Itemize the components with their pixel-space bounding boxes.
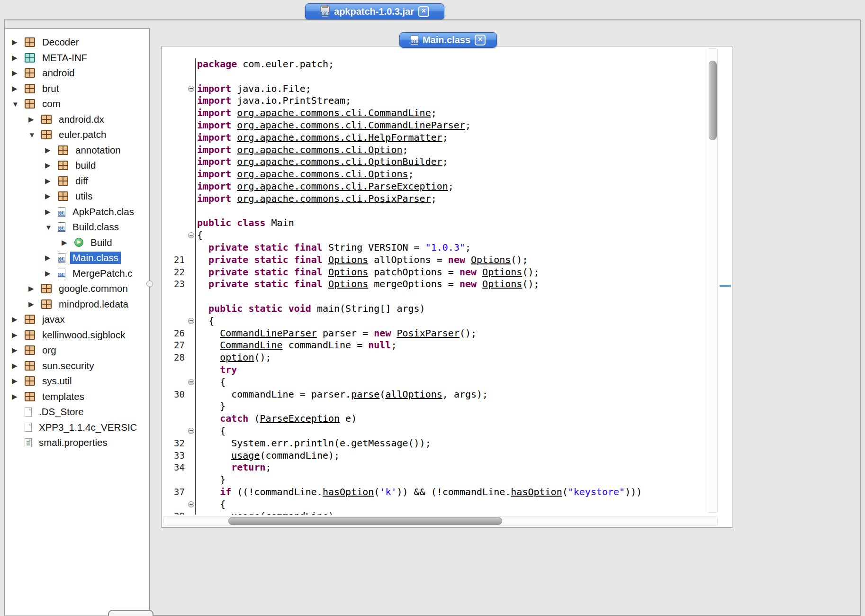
tree-item-utils[interactable]: ▶utils — [5, 189, 149, 204]
horizontal-scrollbar-thumb[interactable] — [228, 517, 502, 525]
tree-item--ds-store[interactable]: .DS_Store — [5, 404, 149, 420]
chevron-right-icon[interactable]: ▶ — [45, 177, 58, 185]
chevron-right-icon[interactable]: ▶ — [12, 362, 25, 370]
tree-item-sun-security[interactable]: ▶sun.security — [5, 358, 149, 374]
chevron-right-icon[interactable]: ▶ — [12, 38, 25, 46]
tree-item-label: euler.patch — [56, 128, 108, 141]
chevron-right-icon[interactable]: ▶ — [45, 192, 58, 200]
tree-item-google-common[interactable]: ▶google.common — [5, 281, 149, 297]
tree-item-brut[interactable]: ▶brut — [5, 81, 149, 97]
tree-item-euler-patch[interactable]: ▼euler.patch — [5, 127, 149, 143]
chevron-right-icon[interactable]: ▶ — [12, 346, 25, 354]
tree-item-mindprod-ledata[interactable]: ▶mindprod.ledata — [5, 297, 149, 312]
fold-collapse-icon[interactable] — [188, 86, 194, 92]
chevron-right-icon[interactable]: ▶ — [12, 84, 25, 93]
chevron-right-icon[interactable]: ▶ — [28, 300, 41, 308]
tree-item-android-dx[interactable]: ▶android.dx — [5, 112, 149, 127]
tab-main-class[interactable]: 010 Main.class × — [399, 32, 497, 48]
fold-collapse-icon[interactable] — [188, 501, 194, 507]
chevron-right-icon[interactable]: ▶ — [12, 315, 25, 324]
code-text: import java.io.File; — [197, 83, 311, 95]
tree-item-build[interactable]: ▶build — [5, 158, 149, 173]
chevron-right-icon[interactable]: ▶ — [28, 115, 41, 124]
chevron-right-icon[interactable]: ▶ — [12, 54, 25, 62]
fold-collapse-icon[interactable] — [188, 318, 194, 324]
chevron-right-icon[interactable]: ▶ — [45, 146, 58, 154]
tree-item-xpp3-1-1-4c-versic[interactable]: XPP3_1.1.4c_VERSIC — [5, 420, 149, 435]
tree-item-apkpatch-clas[interactable]: ▶010ApkPatch.clas — [5, 204, 149, 220]
chevron-right-icon[interactable]: ▶ — [12, 69, 25, 77]
overview-ruler-mark[interactable] — [720, 285, 731, 287]
chevron-right-icon[interactable]: ▶ — [62, 238, 74, 247]
tree-item-label: javax — [40, 313, 67, 326]
chevron-right-icon[interactable]: ▶ — [28, 284, 41, 293]
tree-item-javax[interactable]: ▶javax — [5, 312, 149, 327]
tree-item-com[interactable]: ▼com — [5, 96, 149, 112]
code-line: 23 private static final Options mergeOpt… — [163, 278, 707, 290]
package-icon — [25, 361, 35, 371]
tree-item-label: android.dx — [56, 113, 107, 126]
chevron-right-icon[interactable]: ▶ — [12, 331, 25, 339]
tree-item-annotation[interactable]: ▶annotation — [5, 143, 149, 158]
fold-collapse-icon[interactable] — [188, 232, 194, 238]
code-text: import org.apache.commons.cli.OptionBuil… — [197, 156, 448, 168]
tree-item-android[interactable]: ▶android — [5, 65, 149, 81]
tree-item-diff[interactable]: ▶diff — [5, 173, 149, 189]
chevron-down-icon[interactable]: ▼ — [28, 131, 41, 139]
chevron-down-icon[interactable]: ▼ — [45, 223, 58, 231]
code-line: 22 private static final Options patchOpt… — [163, 266, 707, 279]
class-file-icon: 010 — [58, 269, 65, 278]
splitter-knob[interactable] — [146, 281, 153, 287]
tree-item-meta-inf[interactable]: ▶META-INF — [5, 50, 149, 66]
code-line: { — [163, 229, 707, 242]
fold-collapse-icon[interactable] — [188, 428, 194, 434]
code-text: package com.euler.patch; — [197, 58, 334, 71]
vertical-scrollbar-thumb[interactable] — [709, 61, 717, 140]
chevron-right-icon[interactable]: ▶ — [12, 392, 25, 401]
tab-apkpatch-jar[interactable]: 010 apkpatch-1.0.3.jar × — [305, 3, 444, 19]
chevron-right-icon[interactable]: ▶ — [45, 269, 58, 278]
code-line: 27 CommandLine commandLine = null; — [163, 339, 707, 352]
horizontal-scrollbar-track[interactable] — [163, 516, 718, 526]
fold-collapse-icon[interactable] — [188, 379, 194, 385]
code-line: import org.apache.commons.cli.CommandLin… — [163, 107, 707, 119]
code-text: private static final String VERSION = "1… — [197, 242, 471, 254]
tree-item-kellinwood-sigblock[interactable]: ▶kellinwood.sigblock — [5, 327, 149, 343]
code-text: usage(commandLine); — [197, 510, 340, 515]
tree-item-build-class[interactable]: ▼010Build.class — [5, 219, 149, 235]
tree-item-main-class[interactable]: ▶010Main.class — [5, 250, 149, 266]
tree-item-label: google.common — [56, 282, 130, 295]
tree-item-mergepatch-c[interactable]: ▶010MergePatch.c — [5, 266, 149, 281]
code-line — [163, 290, 707, 303]
package-icon — [41, 284, 52, 293]
code-viewport[interactable]: package com.euler.patch;import java.io.F… — [163, 47, 707, 515]
chevron-right-icon[interactable]: ▶ — [45, 161, 58, 170]
close-icon[interactable]: × — [418, 6, 429, 17]
tree-item-label: kellinwood.sigblock — [40, 329, 127, 341]
code-line: 33 usage(commandLine); — [163, 450, 707, 462]
vertical-scrollbar-track[interactable] — [708, 48, 718, 513]
tree-item-sys-util[interactable]: ▶sys.util — [5, 373, 149, 389]
chevron-right-icon[interactable]: ▶ — [12, 377, 25, 385]
close-icon[interactable]: × — [475, 35, 486, 45]
code-text: { — [197, 315, 214, 327]
code-line: { — [163, 425, 707, 437]
code-text: public class Main — [197, 217, 294, 229]
code-line — [163, 205, 707, 217]
partial-bottom-widget — [108, 610, 153, 616]
chevron-down-icon[interactable]: ▼ — [12, 100, 25, 108]
line-number: 38 — [163, 510, 185, 515]
code-line: public static void main(String[] args) — [163, 303, 707, 315]
tree-item-org[interactable]: ▶org — [5, 343, 149, 358]
chevron-right-icon[interactable]: ▶ — [45, 208, 58, 216]
tree-item-label: sun.security — [40, 360, 96, 372]
chevron-right-icon[interactable]: ▶ — [45, 254, 58, 262]
tree-item-templates[interactable]: ▶templates — [5, 389, 149, 405]
tree-item-label: org — [40, 344, 59, 356]
tree-item-decoder[interactable]: ▶Decoder — [5, 35, 149, 50]
code-editor-panel: package com.euler.patch;import java.io.F… — [162, 46, 732, 528]
package-icon — [41, 130, 52, 139]
tree-item-smali-properties[interactable]: smali.properties — [5, 435, 149, 451]
tree-item-build[interactable]: ▶Build — [5, 235, 149, 251]
package-icon — [25, 37, 35, 47]
